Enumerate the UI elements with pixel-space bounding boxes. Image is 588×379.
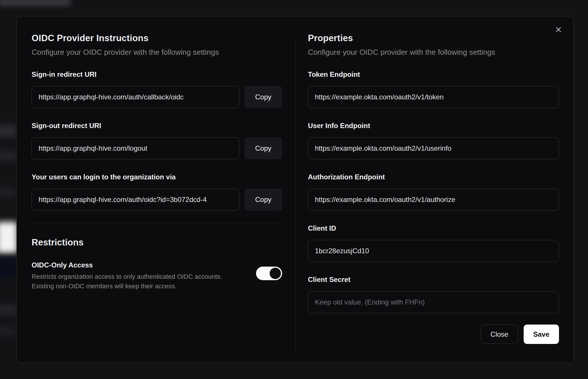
oidc-only-access-toggle[interactable] bbox=[256, 267, 282, 280]
client-id-input[interactable] bbox=[308, 240, 559, 262]
authorization-endpoint-label: Authorization Endpoint bbox=[308, 173, 559, 181]
blurred-background-text bbox=[0, 151, 19, 161]
blurred-background-text bbox=[0, 305, 19, 315]
blurred-background-text bbox=[0, 125, 17, 137]
blurred-background-text bbox=[0, 188, 16, 198]
client-secret-input[interactable] bbox=[308, 291, 559, 313]
sign-in-redirect-row: Copy bbox=[32, 86, 282, 108]
oidc-provider-dialog: OIDC Provider Instructions Configure you… bbox=[17, 16, 574, 363]
copy-sign-out-button[interactable]: Copy bbox=[244, 137, 282, 159]
authorization-endpoint-input[interactable] bbox=[308, 189, 559, 211]
copy-sign-in-button[interactable]: Copy bbox=[244, 86, 282, 108]
user-info-endpoint-label: User Info Endpoint bbox=[308, 121, 559, 130]
client-id-label: Client ID bbox=[308, 224, 559, 232]
instructions-column: OIDC Provider Instructions Configure you… bbox=[17, 17, 295, 363]
sign-in-redirect-label: Sign-in redirect URI bbox=[32, 70, 282, 79]
sign-out-redirect-label: Sign-out redirect URI bbox=[32, 121, 282, 130]
token-endpoint-label: Token Endpoint bbox=[308, 70, 559, 79]
dialog-actions: Close Save bbox=[308, 325, 559, 344]
properties-title: Properties bbox=[308, 33, 559, 44]
toggle-knob bbox=[270, 268, 281, 279]
save-button[interactable]: Save bbox=[524, 325, 559, 344]
blurred-background-band bbox=[0, 257, 17, 278]
user-info-endpoint-input[interactable] bbox=[308, 137, 559, 159]
instructions-title: OIDC Provider Instructions bbox=[32, 33, 282, 44]
close-icon[interactable]: ✕ bbox=[552, 23, 565, 36]
token-endpoint-input[interactable] bbox=[308, 86, 559, 108]
blurred-background-text bbox=[0, 327, 16, 336]
copy-login-url-button[interactable]: Copy bbox=[244, 189, 282, 211]
oidc-only-access-description: Restricts organization access to only au… bbox=[32, 272, 222, 291]
properties-subtitle: Configure your OIDC provider with the fo… bbox=[308, 48, 559, 57]
login-url-input[interactable] bbox=[32, 189, 239, 211]
sign-out-redirect-input[interactable] bbox=[32, 137, 239, 159]
blurred-background-button bbox=[0, 222, 17, 253]
oidc-only-access-label: OIDC-Only Access bbox=[32, 261, 222, 269]
properties-column: Properties Configure your OIDC provider … bbox=[296, 17, 574, 363]
oidc-only-access-row: OIDC-Only Access Restricts organization … bbox=[32, 261, 282, 291]
blurred-background-logo bbox=[0, 0, 71, 6]
section-divider bbox=[32, 223, 282, 223]
client-secret-label: Client Secret bbox=[308, 275, 559, 284]
sign-in-redirect-input[interactable] bbox=[32, 86, 239, 108]
login-url-row: Copy bbox=[32, 189, 282, 211]
instructions-subtitle: Configure your OIDC provider with the fo… bbox=[32, 48, 282, 57]
close-button[interactable]: Close bbox=[481, 325, 518, 344]
restrictions-title: Restrictions bbox=[32, 237, 282, 248]
login-url-label: Your users can login to the organization… bbox=[32, 173, 282, 181]
sign-out-redirect-row: Copy bbox=[32, 137, 282, 159]
oidc-only-access-text: OIDC-Only Access Restricts organization … bbox=[32, 261, 222, 291]
